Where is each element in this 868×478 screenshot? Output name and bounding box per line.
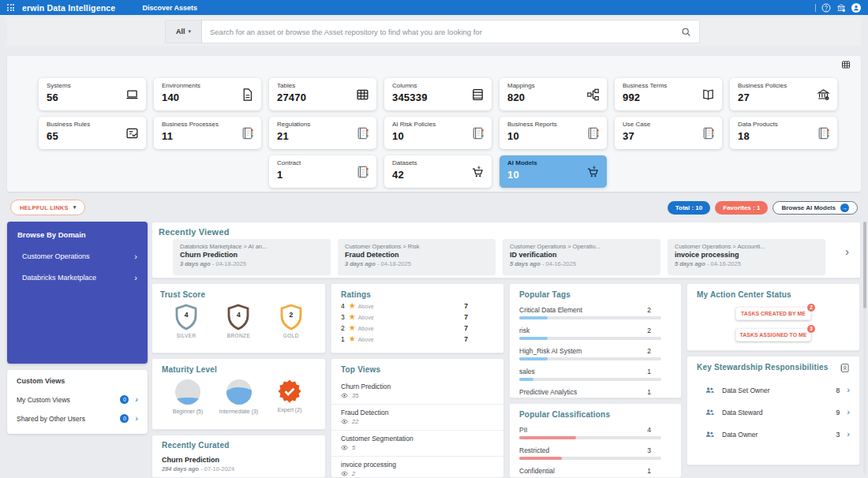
notebook-icon [471,126,485,140]
vertical-scrollbar[interactable] [863,222,866,474]
stat-card-tables[interactable]: Tables27470 [269,78,376,110]
tag-row[interactable]: sales1 [519,368,661,381]
rating-row[interactable]: 3★Above7 [341,313,494,321]
help-icon[interactable] [821,3,831,13]
stat-card-business-rules[interactable]: Business Rules65 [39,117,146,149]
top-view-item[interactable]: Fraud Detection 22 [331,405,503,431]
tasks-assigned-to-me-button[interactable]: TASKS ASSIGNED TO ME 3 [735,328,811,342]
trust-level-gold[interactable]: 2 GOLD [279,304,303,338]
stat-card-columns[interactable]: Columns345339 [384,78,492,110]
chevron-down-icon: ▾ [189,28,192,35]
bank-icon [817,88,830,101]
chevron-right-icon: › [134,253,137,260]
browse-by-domain-panel: Browse By Domain Customer Operations › D… [7,222,148,364]
rating-row[interactable]: 1★Above7 [341,335,494,343]
stat-card-business-reports[interactable]: Business Reports10 [499,117,607,149]
stat-card-data-products[interactable]: Data Products18 [730,117,837,149]
tasks-created-by-me-button[interactable]: TASKS CREATED BY ME 2 [735,307,811,320]
chevron-right-icon: › [847,409,850,416]
recently-viewed-card[interactable]: Databricks Marketplace > AI an... Churn … [173,239,331,275]
search-scope-value: All [176,28,185,35]
open-book-icon [702,88,715,101]
star-icon: ★ [349,324,356,332]
maturity-intermediate[interactable]: Intermediate (3) [216,379,262,415]
stat-card-ai-risk-policies[interactable]: AI Risk Policies10 [384,117,492,149]
search-input[interactable] [202,21,681,43]
favorites-count-pill[interactable]: Favorites : 1 [715,201,768,215]
recently-curated-item[interactable]: Churn Prediction 284 days ago - 07-10-20… [162,456,316,472]
stat-card-regulations[interactable]: Regulations21 [269,117,376,149]
eye-icon [341,392,348,399]
cart-icon [471,165,485,178]
stat-card-business-policies[interactable]: Business Policies27 [730,78,837,110]
rating-row[interactable]: 4★Above7 [341,302,494,310]
classification-row[interactable]: Confidential1 [519,467,661,478]
top-view-item[interactable]: invoice processing 2 [331,457,503,478]
recently-viewed-section: Recently Viewed Databricks Marketplace >… [152,222,861,278]
stat-card-ai-models[interactable]: AI Models10 [499,155,607,188]
search-scope-dropdown[interactable]: All ▾ [166,21,202,43]
search-band: All ▾ [7,17,861,46]
top-view-item[interactable]: Customer Segmentation 5 [331,431,503,457]
eye-icon [341,418,348,425]
tag-row[interactable]: Predictive Analytics1 [519,388,661,398]
organization-icon[interactable] [836,3,846,13]
recently-viewed-card[interactable]: Customer Operations > Accounti... invoic… [668,239,825,275]
classification-row[interactable]: Restricted3 [519,446,661,460]
sidebar-item-databricks-marketplace[interactable]: Databricks Marketplace › [17,274,137,282]
stewardship-row-data-steward[interactable]: Data Steward 9 › [697,407,850,417]
maturity-expert[interactable]: Expert (2) [267,379,312,415]
grid-view-toggle-icon[interactable] [841,60,851,69]
tag-bar [519,357,661,360]
helpful-links-button[interactable]: HELPFUL LINKS ▾ [10,200,85,215]
stat-card-business-terms[interactable]: Business Terms992 [615,78,722,110]
app-launcher-grid-icon[interactable] [7,4,14,11]
star-icon: ★ [349,313,356,321]
trust-level-silver[interactable]: 4 SILVER [174,304,198,338]
maturity-beginner[interactable]: Beginner (5) [165,379,211,415]
people-icon [705,429,715,439]
count-badge: 0 [120,414,129,423]
arrow-right-icon: → [840,204,849,212]
tag-row[interactable]: Critical Data Element2 [519,306,661,319]
stat-card-systems[interactable]: Systems56 [39,78,146,110]
stat-card-mappings[interactable]: Mappings820 [499,78,607,110]
sidebar-item-shared-by-other-users[interactable]: Shared by Other Users 0 › [17,414,138,423]
stat-card-use-case[interactable]: Use Case37 [615,117,722,149]
tag-bar [519,316,661,319]
sidebar-item-customer-operations[interactable]: Customer Operations › [17,252,137,260]
expert-seal-icon [278,379,301,403]
notebook-icon [241,126,254,140]
nav-item-discover-assets[interactable]: Discover Assets [142,4,197,12]
stat-card-contract[interactable]: Contract1 [269,155,376,188]
tag-row[interactable]: risk2 [519,327,661,340]
breadcrumb: Customer Operations > Risk [345,243,488,250]
notebook-icon [586,126,600,140]
maturity-level-section: Maturity Level Beginner (5) Intermediate… [152,358,326,430]
custom-views-title: Custom Views [17,377,138,385]
intermediate-gauge-icon [226,379,252,405]
recently-viewed-card[interactable]: Customer Operations > Operatio... ID ver… [503,239,660,275]
rating-row[interactable]: 2★Above7 [341,324,494,332]
contact-book-icon[interactable] [840,363,850,373]
carousel-next-chevron-icon[interactable]: › [845,245,849,258]
total-count-pill[interactable]: Total : 10 [668,201,711,215]
recently-viewed-card[interactable]: Customer Operations > Risk Fraud Detecti… [338,239,496,275]
user-avatar[interactable] [851,3,861,13]
star-icon: ★ [349,335,356,343]
search-icon[interactable] [681,27,691,37]
search-box: All ▾ [165,20,700,43]
mapping-icon [586,88,600,101]
trust-level-bronze[interactable]: 4 BRONZE [226,304,250,338]
stat-card-environments[interactable]: Environments140 [154,78,261,110]
ratings-section: Ratings 4★Above7 3★Above7 2★Above7 1★Abo… [331,283,504,353]
stewardship-row-data-owner[interactable]: Data Owner 3 › [697,429,850,439]
stewardship-row-data-set-owner[interactable]: Data Set Owner 8 › [697,385,850,395]
browse-ai-models-button[interactable]: Browse AI Models → [773,201,858,215]
tag-row[interactable]: High_Risk AI System2 [519,347,661,360]
top-view-item[interactable]: Churn Prediction 35 [331,379,503,405]
classification-row[interactable]: PII4 [519,426,661,439]
stat-card-business-processes[interactable]: Business Processes11 [154,117,261,149]
sidebar-item-my-custom-views[interactable]: My Custom Views 0 › [17,395,138,404]
stat-card-datasets[interactable]: Datasets42 [384,155,492,188]
